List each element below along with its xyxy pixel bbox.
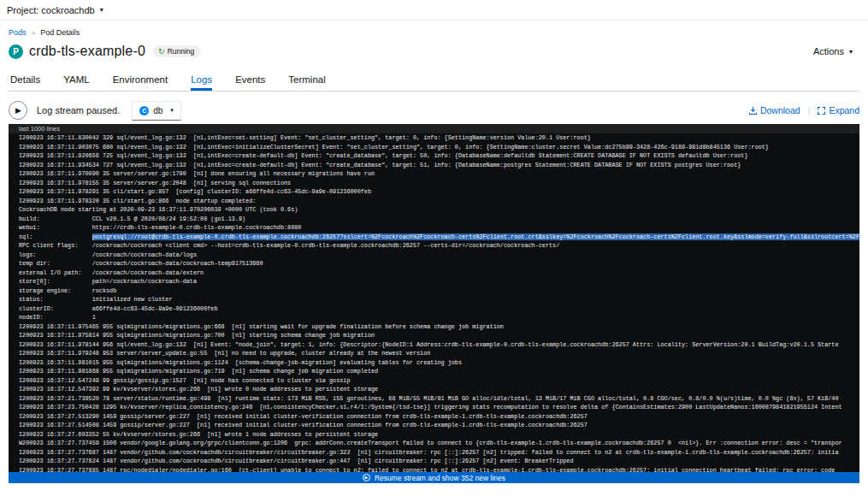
resume-log-stream-button[interactable]: ▶	[9, 101, 27, 120]
log-lines[interactable]: I200923 16:37:11.830042 329 sql/event_lo…	[9, 133, 859, 483]
log-line: I200923 16:37:27.737824 1487 vendor/gith…	[19, 457, 859, 466]
log-line-count: last 1000 lines	[9, 124, 859, 133]
pod-details-page: Project: cockroachdb ▾ Pods > Pod Detail…	[0, 0, 868, 496]
log-line: W200923 16:37:27.737459 1506 vendor/goog…	[19, 439, 859, 448]
tab-environment[interactable]: Environment	[113, 70, 168, 91]
log-viewer: last 1000 lines I200923 16:37:11.830042 …	[9, 124, 859, 483]
log-toolbar-right: Download | Expand	[749, 105, 859, 115]
status-badge: ↻ Running	[153, 45, 201, 57]
page-title: crdb-tls-example-0	[29, 44, 145, 59]
resume-stream-label: Resume stream and show 352 new lines	[375, 474, 505, 482]
log-line: I200923 16:37:11.981868 955 sqlmigration…	[19, 367, 859, 376]
breadcrumb: Pods > Pod Details	[9, 28, 859, 37]
log-line: CockroachDB node starting at 2020-09-23 …	[19, 205, 859, 215]
tab-details[interactable]: Details	[10, 70, 40, 91]
container-select-value: db	[153, 106, 162, 115]
download-icon	[749, 107, 757, 115]
log-line: I200923 16:37:11.830042 329 sql/event_lo…	[19, 133, 859, 143]
log-line: build: CCL v20.1.5 @ 2020/08/24 19:52:08…	[19, 215, 859, 224]
play-icon: ▶	[15, 106, 21, 115]
tab-bar: Details YAML Environment Logs Events Ter…	[9, 70, 859, 92]
play-circle-icon: ▶	[363, 474, 370, 481]
tab-terminal[interactable]: Terminal	[288, 70, 325, 91]
download-button[interactable]: Download	[749, 105, 800, 115]
log-line: external I/O path: /cockroach/cockroach-…	[19, 269, 859, 278]
page-header: P crdb-tls-example-0 ↻ Running Actions ▾	[9, 43, 859, 60]
log-line: I200923 16:37:11.979248 953 server/serve…	[19, 349, 859, 358]
status-badge-label: Running	[168, 47, 195, 56]
log-line: I200923 16:37:11.978155 35 server/server…	[19, 179, 859, 188]
log-line: I200923 16:37:11.934534 727 sql/event_lo…	[19, 161, 859, 170]
log-line: I200923 16:37:27.513290 1459 gossip/serv…	[19, 412, 859, 422]
project-selector-label: Project: cockroachdb	[7, 5, 95, 15]
tab-logs[interactable]: Logs	[191, 70, 212, 91]
log-line: I200923 16:37:11.978291 35 cli/start.go:…	[19, 187, 859, 197]
log-line: I200923 16:37:11.970090 35 server/server…	[19, 169, 859, 179]
actions-label: Actions	[813, 46, 844, 56]
log-line: I200923 16:37:27.737687 1487 vendor/gith…	[19, 448, 859, 458]
expand-icon	[818, 107, 825, 115]
tab-events[interactable]: Events	[235, 70, 265, 91]
log-line: status: initialized new cluster	[19, 295, 859, 304]
container-icon: C	[139, 106, 149, 115]
download-label: Download	[760, 105, 800, 115]
log-line: I200923 16:37:11.981015 955 sqlmigration…	[19, 358, 859, 368]
log-line: I200923 16:37:23.750428 1295 kv/kvserver…	[19, 403, 859, 412]
log-line: I200923 16:37:12.547249 99 gossip/gossip…	[19, 376, 859, 386]
log-line: I200923 16:37:12.547392 99 kv/kvserver/s…	[19, 385, 859, 394]
log-line: storage engine: rocksdb	[19, 286, 859, 296]
pod-resource-icon: P	[9, 44, 23, 59]
log-line: sql: postgresql://root@crdb-tls-example-…	[19, 233, 859, 242]
log-line: I200923 16:37:11.978320 35 cli/start.go:…	[19, 197, 859, 206]
chevron-down-icon: ▾	[100, 6, 103, 14]
log-toolbar: ▶ Log stream paused. C db ▾ Download | E…	[9, 98, 859, 122]
breadcrumb-separator: >	[32, 29, 36, 37]
toolbar-divider: |	[808, 105, 811, 115]
content-area: Pods > Pod Details P crdb-tls-example-0 …	[0, 28, 868, 483]
log-line: I200923 16:37:11.975465 955 sqlmigration…	[19, 322, 859, 332]
log-line: logs: /cockroach/cockroach-data/logs	[19, 251, 859, 260]
actions-dropdown[interactable]: Actions ▾	[813, 46, 853, 56]
log-line: I200923 16:37:27.514508 1459 gossip/serv…	[19, 421, 859, 430]
log-line: I200923 16:37:27.603352 55 kv/kvserver/s…	[19, 430, 859, 440]
log-line: RPC client flags: /cockroach/cockroach <…	[19, 241, 859, 251]
chevron-down-icon: ▾	[849, 48, 853, 56]
log-stream-status: Log stream paused.	[37, 105, 120, 115]
expand-button[interactable]: Expand	[818, 105, 859, 115]
breadcrumb-pods-link[interactable]: Pods	[9, 28, 27, 37]
tab-yaml[interactable]: YAML	[63, 70, 89, 91]
log-line: nodeID: 1	[19, 313, 859, 322]
selected-log-text: postgresql://root@crdb-tls-example-0.crd…	[92, 233, 859, 240]
breadcrumb-current: Pod Details	[40, 28, 80, 37]
container-select[interactable]: C db ▾	[132, 101, 181, 121]
resume-stream-banner[interactable]: ▶ Resume stream and show 352 new lines	[9, 472, 859, 483]
log-line: clusterID: a66ffe4d-cc63-45dc-9a9e-09123…	[19, 304, 859, 314]
log-line: I200923 16:37:11.978144 956 sql/event_lo…	[19, 340, 859, 350]
log-line: temp dir: /cockroach/cockroach-data/cock…	[19, 259, 859, 269]
sync-icon: ↻	[158, 48, 165, 56]
chevron-down-icon: ▾	[170, 107, 174, 114]
log-line: webui: https://crdb-tls-example-0.crdb-t…	[19, 223, 859, 233]
expand-label: Expand	[829, 105, 859, 115]
project-bar: Project: cockroachdb ▾	[0, 0, 868, 21]
log-line: I200923 16:37:11.920656 725 sql/event_lo…	[19, 151, 859, 161]
log-line: store[0]: path=/cockroach/cockroach-data	[19, 277, 859, 286]
log-line: I200923 16:37:11.975814 955 sqlmigration…	[19, 331, 859, 340]
log-line: I200923 16:37:21.738520 78 server/status…	[19, 394, 859, 404]
project-selector[interactable]: Project: cockroachdb ▾	[7, 5, 103, 15]
log-line: I200923 16:37:11.903075 680 sql/event_lo…	[19, 143, 859, 152]
